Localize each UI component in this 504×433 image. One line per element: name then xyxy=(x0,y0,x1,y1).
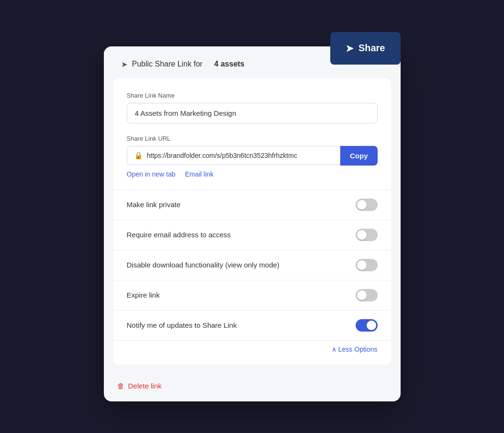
url-display: https://brandfolder.com/s/p5b3n6tcn3523h… xyxy=(147,152,334,159)
toggle-row-3: Expire link xyxy=(127,280,378,310)
chevron-up-icon: ∧ xyxy=(332,345,336,353)
url-row: 🔒 https://brandfolder.com/s/p5b3n6tcn352… xyxy=(127,146,378,166)
toggle-label-1: Require email address to access xyxy=(127,231,231,239)
toggle-make-private[interactable] xyxy=(356,199,378,211)
toggle-label-4: Notify me of updates to Share Link xyxy=(127,321,237,329)
asset-count: 4 assets xyxy=(214,60,245,68)
toggles-container: Make link private Require email address … xyxy=(127,189,378,341)
share-modal: ➤ Public Share Link for 4 assets Share L… xyxy=(104,46,401,401)
header-prefix: Public Share Link for xyxy=(132,60,203,68)
less-options-label: Less Options xyxy=(338,345,378,353)
email-link[interactable]: Email link xyxy=(185,170,213,178)
toggle-label-2: Disable download functionality (view onl… xyxy=(127,261,280,269)
header-share-icon: ➤ xyxy=(121,60,127,69)
toggle-expire-link[interactable] xyxy=(356,289,378,301)
delete-link-button[interactable]: 🗑 Delete link xyxy=(117,382,162,390)
share-link-name-input[interactable] xyxy=(127,103,378,123)
less-options-button[interactable]: ∧ Less Options xyxy=(127,341,378,355)
toggle-row-2: Disable download functionality (view onl… xyxy=(127,250,378,280)
toggle-require-email[interactable] xyxy=(356,229,378,241)
toggle-label-3: Expire link xyxy=(127,291,160,299)
share-button[interactable]: ➤ Share xyxy=(330,32,401,65)
modal-body: Share Link Name Share Link URL 🔒 https:/… xyxy=(113,78,391,365)
toggle-disable-download[interactable] xyxy=(356,259,378,271)
modal-footer: 🗑 Delete link xyxy=(104,374,401,401)
share-link-name-group: Share Link Name xyxy=(127,92,378,123)
copy-button[interactable]: Copy xyxy=(340,146,378,166)
trash-icon: 🗑 xyxy=(117,382,124,390)
toggle-row-4: Notify me of updates to Share Link xyxy=(127,311,378,340)
toggle-row-0: Make link private xyxy=(127,190,378,220)
url-links: Open in new tab Email link xyxy=(127,170,378,178)
scene: ➤ Share ➤ Public Share Link for 4 assets… xyxy=(104,32,401,401)
delete-label: Delete link xyxy=(128,382,162,390)
open-new-tab-link[interactable]: Open in new tab xyxy=(127,170,176,178)
share-link-url-group: Share Link URL 🔒 https://brandfolder.com… xyxy=(127,135,378,178)
url-input-wrapper: 🔒 https://brandfolder.com/s/p5b3n6tcn352… xyxy=(127,146,341,165)
toggle-row-1: Require email address to access xyxy=(127,220,378,250)
share-link-url-label: Share Link URL xyxy=(127,135,378,142)
toggle-label-0: Make link private xyxy=(127,200,181,209)
share-icon: ➤ xyxy=(346,43,354,54)
share-link-name-label: Share Link Name xyxy=(127,92,378,99)
toggle-notify-updates[interactable] xyxy=(356,319,378,332)
lock-icon: 🔒 xyxy=(134,151,143,160)
share-button-label: Share xyxy=(358,43,385,54)
